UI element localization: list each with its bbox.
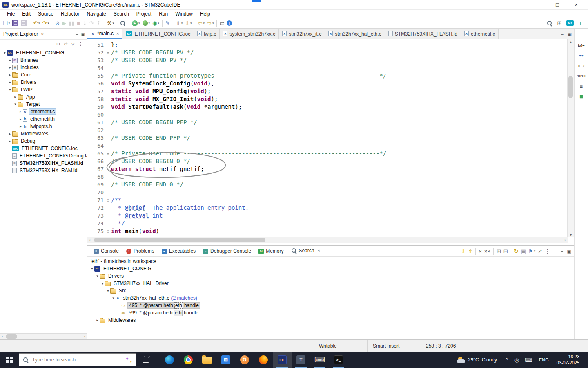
memory-view-button[interactable]: ▦ xyxy=(575,91,588,101)
scroll-left-icon[interactable]: ‹ xyxy=(0,334,5,339)
expand-arrow-icon[interactable]: ▸ xyxy=(95,318,100,322)
result-ethernet-config[interactable]: ▾IDEETHERNET_CONFIG xyxy=(87,265,574,272)
collapse-arrow-icon[interactable]: ▾ xyxy=(2,51,7,55)
show-previous-match-button[interactable]: ⇧ xyxy=(467,247,474,256)
menu-run[interactable]: Run xyxy=(155,10,172,18)
step-return-button[interactable]: ⇡ xyxy=(95,19,102,28)
taskbar-outlook[interactable]: O xyxy=(235,352,254,368)
collapse-arrow-icon[interactable]: ▾ xyxy=(106,289,110,293)
tree-item-debug-launch[interactable]: ≡ETHERNET_CONFIG Debug.launch xyxy=(0,152,87,159)
show-next-match-button[interactable]: ⇩ xyxy=(460,247,467,256)
editor-tab-ethernet-config-ioc[interactable]: MXETHERNET_CONFIG.ioc xyxy=(122,29,194,39)
scroll-right-icon[interactable]: › xyxy=(563,237,568,243)
collapse-all-button[interactable]: ⊟ xyxy=(502,247,509,256)
view-menu-button[interactable]: ⋮ xyxy=(78,41,83,47)
taskbar-stm32cubeide[interactable]: IDE xyxy=(273,352,292,368)
save-button[interactable] xyxy=(11,19,20,28)
scrollbar-thumb[interactable] xyxy=(568,76,573,98)
collapse-arrow-icon[interactable]: ▾ xyxy=(90,267,94,271)
minimize-editor-button[interactable]: – xyxy=(561,31,564,36)
editor-tab-stm32h753xihx-flash-ld[interactable]: ≡STM32H753XIHX_FLASH.ld xyxy=(385,29,461,39)
pin-search-view-button[interactable]: ⚑▾ xyxy=(527,247,537,256)
expand-arrow-icon[interactable]: ▸ xyxy=(8,73,12,77)
tree-item-drivers[interactable]: ▸Drivers xyxy=(0,79,87,86)
bottom-tab-search[interactable]: Search× xyxy=(287,246,324,256)
project-explorer-tab[interactable]: Project Explorer × xyxy=(0,29,47,39)
debug-button[interactable]: ▾ xyxy=(141,19,151,28)
external-tools-button[interactable]: ◉▾ xyxy=(151,19,160,28)
expand-arrow-icon[interactable]: ▸ xyxy=(18,117,23,121)
registers-view-button[interactable]: 1010 xyxy=(575,71,588,81)
menu-project[interactable]: Project xyxy=(133,10,155,18)
taskbar-file-explorer[interactable] xyxy=(198,352,216,368)
variables-view-button[interactable]: (x)= xyxy=(575,40,588,50)
forward-button[interactable]: ⇨▾ xyxy=(206,19,215,28)
minimize-view-button[interactable]: – xyxy=(561,249,563,254)
tree-item-core[interactable]: ▸Core xyxy=(0,71,87,79)
fold-toggle-icon[interactable]: ⊖ xyxy=(105,49,111,56)
tree-item-ethernet-config[interactable]: ▾IDEETHERNET_CONFIG xyxy=(0,49,87,56)
expand-arrow-icon[interactable]: ▸ xyxy=(8,132,12,136)
bottom-tab-debugger-console[interactable]: »Debugger Console xyxy=(199,246,255,256)
link-with-editor-button[interactable]: ⇄ xyxy=(64,41,67,47)
terminate-button[interactable]: ■ xyxy=(76,19,81,28)
menu-edit[interactable]: Edit xyxy=(18,10,34,18)
editor-tab-stm32h7xx-it-c[interactable]: cstm32h7xx_it.c xyxy=(279,29,325,39)
back-button[interactable]: ⇦▾ xyxy=(197,19,206,28)
tree-item-ethernetif-c[interactable]: ▸cethernetif.c xyxy=(0,108,87,115)
result-match-599[interactable]: ⇨599: * @param heth eth handle xyxy=(87,309,574,316)
editor-tab-stm32h7xx-hal-eth-c[interactable]: cstm32h7xx_hal_eth.c xyxy=(325,29,385,39)
tree-item-lwip[interactable]: ▾LWIP xyxy=(0,86,87,93)
taskbar-chrome[interactable] xyxy=(179,352,198,368)
tree-item-middlewares[interactable]: ▸Middlewares xyxy=(0,130,87,137)
resume-button[interactable]: ▶ xyxy=(61,19,67,28)
result-middlewares[interactable]: ▸Middlewares xyxy=(87,316,574,324)
menu-refactor[interactable]: Refactor xyxy=(57,10,83,18)
remove-all-matches-button[interactable]: ×× xyxy=(483,247,492,256)
menu-search[interactable]: Search xyxy=(110,10,133,18)
bottom-tab-executables[interactable]: ▸Executables xyxy=(158,246,199,256)
menu-navigate[interactable]: Navigate xyxy=(83,10,109,18)
tray-icon-1[interactable]: ◎ xyxy=(512,357,522,363)
editor-hscrollbar[interactable]: ‹ › xyxy=(87,237,568,243)
expressions-view-button[interactable]: x=? xyxy=(575,61,588,71)
fold-toggle-icon[interactable]: ⊖ xyxy=(105,227,111,235)
expand-arrow-icon[interactable]: ▸ xyxy=(8,139,12,143)
tree-item-debug[interactable]: ▸Debug xyxy=(0,137,87,145)
close-view-icon[interactable]: × xyxy=(41,31,43,36)
result-hal-driver[interactable]: ▾STM32H7xx_HAL_Driver xyxy=(87,280,574,287)
suspend-button[interactable]: ▮▮ xyxy=(67,19,76,28)
device-configuration-perspective-button[interactable]: MX xyxy=(565,19,575,28)
bottom-tab-memory[interactable]: MMemory xyxy=(255,246,287,256)
fold-toggle-icon[interactable]: ⊖ xyxy=(105,196,111,204)
tree-item-target[interactable]: ▾Target xyxy=(0,101,87,108)
step-over-button[interactable]: ↷ xyxy=(88,19,95,28)
collapse-arrow-icon[interactable]: ▾ xyxy=(111,296,116,300)
tree-item-flash-ld[interactable]: ≡STM32H753XIHX_FLASH.ld xyxy=(0,159,87,167)
tree-item-ram-ld[interactable]: ≡STM32H753XIHX_RAM.ld xyxy=(0,167,87,174)
redo-button[interactable]: ↷▾ xyxy=(41,19,50,28)
new-button[interactable]: ❏▾ xyxy=(2,19,11,28)
editor-tab-ethernetif-c[interactable]: cethernetif.c xyxy=(461,29,499,39)
touch-keyboard-icon[interactable]: ⌨ xyxy=(522,357,535,363)
tree-item-ethernetif-h[interactable]: ▸hethernetif.h xyxy=(0,115,87,123)
breakpoints-view-button[interactable]: ●● xyxy=(575,50,588,61)
collapse-all-button[interactable]: ⊟ xyxy=(56,41,60,47)
debug-perspective-button[interactable]: + xyxy=(577,19,583,28)
collapse-arrow-icon[interactable]: ▾ xyxy=(8,88,12,92)
scrollbar-thumb[interactable] xyxy=(94,238,265,242)
result-src[interactable]: ▾Src xyxy=(87,287,574,294)
code-editor[interactable]: 51};52⊖/* USER CODE BEGIN PV */53/* USER… xyxy=(87,39,568,236)
menu-file[interactable]: File xyxy=(3,10,18,18)
taskbar-keyboard[interactable]: ⌨ xyxy=(310,352,329,368)
menu-help[interactable]: Help xyxy=(196,10,214,18)
run-search-again-button[interactable]: ↻ xyxy=(513,247,520,256)
previous-annotation-button[interactable]: ⇧▾ xyxy=(175,19,184,28)
scroll-right-icon[interactable]: › xyxy=(82,334,87,339)
skip-breakpoints-button[interactable]: ⊘ xyxy=(54,19,61,28)
editor-tab-system-stm32h7xx-c[interactable]: csystem_stm32h7xx.c xyxy=(220,29,279,39)
info-button[interactable]: i xyxy=(225,19,233,28)
taskbar-cmd[interactable]: >_ xyxy=(329,352,348,368)
scroll-left-icon[interactable]: ‹ xyxy=(87,237,92,243)
collapse-arrow-icon[interactable]: ▾ xyxy=(95,274,100,278)
